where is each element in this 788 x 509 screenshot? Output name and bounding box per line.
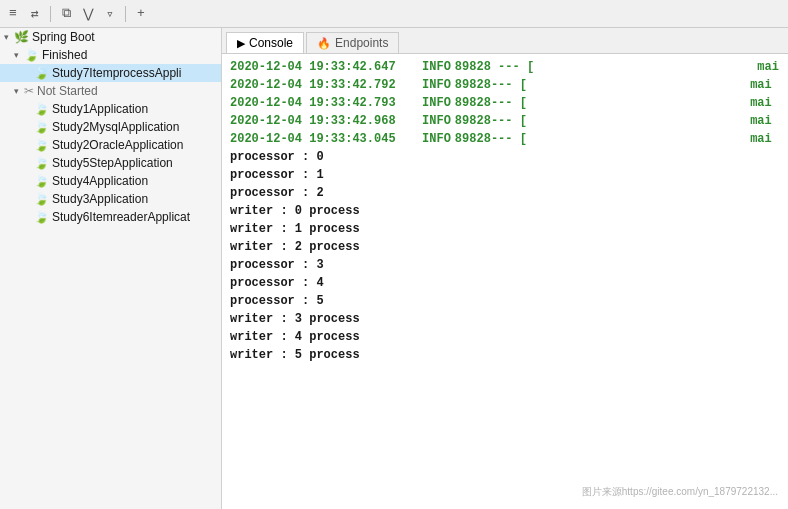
log-line-4: 2020-12-04 19:33:42.968 INFO 89828 --- [… [230, 112, 780, 130]
proc-line-7: processor : 4 [230, 274, 780, 292]
tab-console-label: Console [249, 36, 293, 50]
study1-icon: 🍃 [34, 102, 49, 116]
study4-icon: 🍃 [34, 174, 49, 188]
tab-bar: ▶ Console 🔥 Endpoints [222, 28, 788, 54]
tree-study3[interactable]: 🍃 Study3Application [0, 190, 221, 208]
study7-icon: 🍃 [34, 66, 49, 80]
log-level-2: INFO [422, 76, 451, 94]
proc-line-11: writer : 5 process [230, 346, 780, 364]
log-line-2: 2020-12-04 19:33:42.792 INFO 89828 --- [… [230, 76, 780, 94]
tree-study4[interactable]: 🍃 Study4Application [0, 172, 221, 190]
log-info-1: INFO [422, 58, 451, 76]
log-dash-1: --- [ [498, 58, 534, 76]
finished-label: Finished [42, 48, 87, 62]
spring-icon: 🌿 [14, 30, 29, 44]
log-level-5: INFO [422, 130, 451, 148]
toolbar-separator-2 [125, 6, 126, 22]
tree-study7[interactable]: 🍃 Study7ItemprocessAppli [0, 64, 221, 82]
study4-label: Study4Application [52, 174, 148, 188]
log-rest-1 [491, 58, 498, 76]
log-line-3: 2020-12-04 19:33:42.793 INFO 89828 --- [… [230, 94, 780, 112]
tree-finished[interactable]: ▾ 🍃 Finished [0, 46, 221, 64]
tree-study2mysql[interactable]: 🍃 Study2MysqlApplication [0, 118, 221, 136]
log-thread-spacer-4 [527, 112, 750, 130]
study1-label: Study1Application [52, 102, 148, 116]
proc-line-0: processor : 0 [230, 148, 780, 166]
log-thread-spacer-5 [527, 130, 750, 148]
log-dash-5: --- [ [491, 130, 527, 148]
study5-icon: 🍃 [34, 156, 49, 170]
proc-line-6: processor : 3 [230, 256, 780, 274]
log-line-1: 2020-12-04 19:33:42.647 INFO 89828 --- [… [230, 58, 780, 76]
log-mai-4: mai [750, 112, 772, 130]
tree-study2oracle[interactable]: 🍃 Study2OracleApplication [0, 136, 221, 154]
log-mai-2: mai [750, 76, 772, 94]
tree-study1[interactable]: 🍃 Study1Application [0, 100, 221, 118]
log-mai-1: mai [757, 58, 779, 76]
console-icon: ▶ [237, 37, 245, 50]
study2mysql-icon: 🍃 [34, 120, 49, 134]
toolbar: ≡ ⇄ ⧉ ⋁ ▿ + [0, 0, 788, 28]
study7-label: Study7ItemprocessAppli [52, 66, 181, 80]
left-panel: ▾ 🌿 Spring Boot ▾ 🍃 Finished 🍃 Study7Ite… [0, 28, 222, 509]
log-mai-3: mai [750, 94, 772, 112]
proc-line-2: processor : 2 [230, 184, 780, 202]
log-thread-1 [534, 58, 757, 76]
proc-line-1: processor : 1 [230, 166, 780, 184]
log-dash-4: --- [ [491, 112, 527, 130]
log-ts-4: 2020-12-04 19:33:42.968 [230, 112, 396, 130]
log-thread-spacer-2 [527, 76, 750, 94]
study6-label: Study6ItemreaderApplicat [52, 210, 190, 224]
log-pid-3: 89828 [455, 94, 491, 112]
log-line-5: 2020-12-04 19:33:43.045 INFO 89828 --- [… [230, 130, 780, 148]
log-dash-3: --- [ [491, 94, 527, 112]
study6-icon: 🍃 [34, 210, 49, 224]
tree-not-started[interactable]: ▾ ✂ Not Started [0, 82, 221, 100]
log-pid-5: 89828 [455, 130, 491, 148]
study2mysql-label: Study2MysqlApplication [52, 120, 179, 134]
watermark: 图片来源https://gitee.com/yn_1879722132... [582, 485, 778, 499]
spring-boot-label: Spring Boot [32, 30, 95, 44]
add-icon[interactable]: + [132, 5, 150, 23]
tree-study6[interactable]: 🍃 Study6ItemreaderApplicat [0, 208, 221, 226]
proc-line-8: processor : 5 [230, 292, 780, 310]
log-dash-2: --- [ [491, 76, 527, 94]
endpoints-icon: 🔥 [317, 37, 331, 50]
tree-spring-boot[interactable]: ▾ 🌿 Spring Boot [0, 28, 221, 46]
main-area: ▾ 🌿 Spring Boot ▾ 🍃 Finished 🍃 Study7Ite… [0, 28, 788, 509]
study3-label: Study3Application [52, 192, 148, 206]
proc-line-10: writer : 4 process [230, 328, 780, 346]
tab-console[interactable]: ▶ Console [226, 32, 304, 53]
log-level-4: INFO [422, 112, 451, 130]
log-info-2 [400, 76, 414, 94]
log-info-4 [400, 112, 414, 130]
proc-line-3: writer : 0 process [230, 202, 780, 220]
filter-icon[interactable]: ⋁ [79, 5, 97, 23]
tab-endpoints-label: Endpoints [335, 36, 388, 50]
list-icon[interactable]: ⇄ [26, 5, 44, 23]
finished-icon: 🍃 [24, 48, 39, 62]
log-info-3 [400, 94, 414, 112]
proc-line-4: writer : 1 process [230, 220, 780, 238]
log-ts-5: 2020-12-04 19:33:43.045 [230, 130, 396, 148]
right-panel: ▶ Console 🔥 Endpoints 2020-12-04 19:33:4… [222, 28, 788, 509]
console-output[interactable]: 2020-12-04 19:33:42.647 INFO 89828 --- [… [222, 54, 788, 509]
grid-icon[interactable]: ⧉ [57, 5, 75, 23]
study2oracle-icon: 🍃 [34, 138, 49, 152]
pin-icon[interactable]: ▿ [101, 5, 119, 23]
log-pid-2: 89828 [455, 76, 491, 94]
log-ts-1: 2020-12-04 19:33:42.647 [230, 58, 396, 76]
log-mai-5: mai [750, 130, 772, 148]
tree-study5[interactable]: 🍃 Study5StepApplication [0, 154, 221, 172]
log-ts-3: 2020-12-04 19:33:42.793 [230, 94, 396, 112]
proc-line-9: writer : 3 process [230, 310, 780, 328]
study5-label: Study5StepApplication [52, 156, 173, 170]
not-started-icon: ✂ [24, 84, 34, 98]
tab-endpoints[interactable]: 🔥 Endpoints [306, 32, 399, 53]
log-info-5 [400, 130, 414, 148]
not-started-label: Not Started [37, 84, 98, 98]
menu-icon[interactable]: ≡ [4, 5, 22, 23]
log-ts-2: 2020-12-04 19:33:42.792 [230, 76, 396, 94]
log-pid-1: 89828 [455, 58, 491, 76]
log-level-1 [400, 58, 414, 76]
